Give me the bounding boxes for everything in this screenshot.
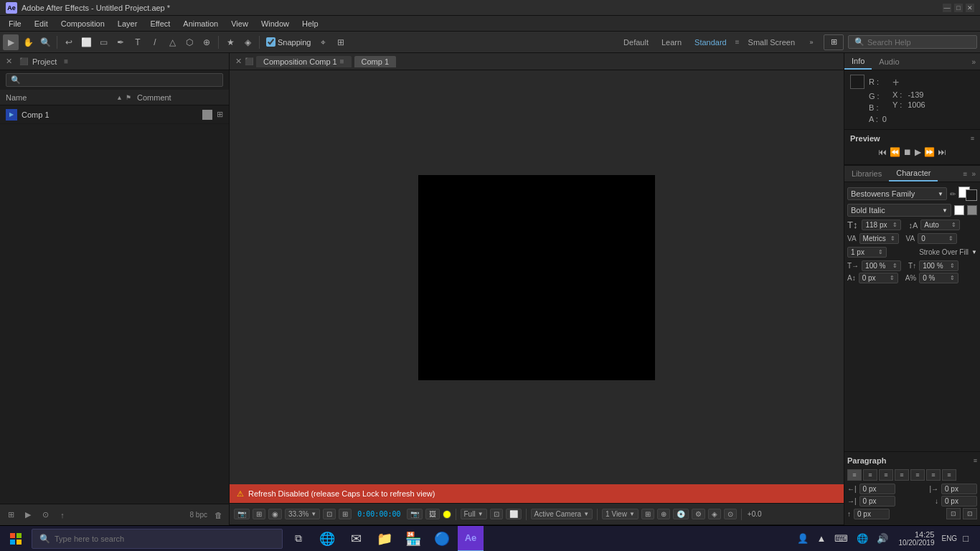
task-view-btn[interactable]: ⧉: [286, 526, 311, 552]
new-comp-btn[interactable]: ▶: [22, 509, 34, 522]
justify-right-btn[interactable]: ≡: [926, 469, 941, 481]
space-before-field[interactable]: 0 px: [854, 509, 890, 519]
project-search-box[interactable]: 🔍: [6, 73, 223, 87]
align-center-btn[interactable]: ≡: [863, 469, 877, 481]
view-dropdown[interactable]: 1 View ▼: [602, 509, 639, 519]
keyboard-icon[interactable]: ⌨: [831, 532, 851, 545]
every-line-btn[interactable]: ⊡: [963, 508, 977, 519]
menu-help[interactable]: Help: [296, 18, 324, 29]
region-btn[interactable]: ⊡: [490, 509, 503, 519]
expand-toolbar-btn[interactable]: »: [804, 34, 819, 50]
mask-rect-tool[interactable]: ▭: [95, 34, 111, 50]
justify-left-btn[interactable]: ≡: [895, 469, 909, 481]
indent-left-field[interactable]: 0 px: [859, 484, 895, 494]
search-help-input[interactable]: [867, 38, 961, 47]
tracking-field[interactable]: 0 ⇕: [918, 233, 957, 244]
zoom-tool[interactable]: 🔍: [37, 34, 53, 50]
indent-first-field[interactable]: 0 px: [859, 496, 895, 507]
delete-btn[interactable]: 🗑: [212, 509, 225, 522]
menu-edit[interactable]: Edit: [29, 18, 54, 29]
taskbar-search-input[interactable]: [55, 534, 275, 543]
character-tab[interactable]: Character: [889, 166, 938, 182]
close-button[interactable]: ✕: [966, 4, 974, 12]
brush-tool[interactable]: /: [147, 34, 163, 50]
paragraph-menu[interactable]: ≡: [974, 457, 977, 464]
horiz-scale-field[interactable]: 100 % ⇕: [862, 260, 901, 271]
roman-hanging-btn[interactable]: ⊡: [946, 508, 961, 519]
menu-composition[interactable]: Composition: [55, 18, 110, 29]
info-tab[interactable]: Info: [844, 53, 872, 70]
search-btn[interactable]: ⊙: [39, 509, 52, 522]
leading-field[interactable]: Auto ⇕: [920, 220, 960, 230]
shape-tool[interactable]: ◈: [240, 34, 255, 50]
pen-tool[interactable]: ✒: [113, 34, 128, 50]
menu-view[interactable]: View: [225, 18, 254, 29]
stroke-color-swatch[interactable]: [966, 189, 977, 201]
fit-btn[interactable]: ⊡: [323, 509, 336, 519]
resolution-dropdown[interactable]: Full ▼: [461, 509, 487, 519]
aa-btn[interactable]: ◈: [708, 509, 721, 519]
menu-animation[interactable]: Animation: [177, 18, 224, 29]
comp-tab-comp1[interactable]: Composition Comp 1 ≡: [256, 56, 352, 67]
list-item[interactable]: ▶ Comp 1 ⊞: [0, 105, 229, 124]
col-sort-up[interactable]: ▲: [116, 94, 123, 101]
font-style-swatch1[interactable]: [954, 205, 964, 215]
step-forward-btn[interactable]: ⏩: [924, 147, 935, 157]
snap-option-1[interactable]: ⌖: [316, 34, 331, 50]
ae-taskbar-icon[interactable]: Ae: [458, 526, 484, 552]
explorer-icon[interactable]: 📁: [372, 526, 397, 552]
libraries-tab[interactable]: Libraries: [844, 166, 889, 182]
color-picker[interactable]: [443, 510, 451, 519]
align-left-btn[interactable]: ≡: [847, 469, 862, 481]
tsume-field[interactable]: 0 % ⇕: [919, 273, 958, 283]
snap-btn-2[interactable]: ⊕: [657, 509, 670, 519]
safe-frame-btn[interactable]: ⊞: [339, 509, 352, 519]
edge-icon[interactable]: 🌐: [314, 526, 340, 552]
notification-icon[interactable]: □: [960, 532, 971, 545]
edit-font-btn[interactable]: ✏: [950, 190, 956, 198]
font-family-dropdown[interactable]: Bestowens Family ▼: [847, 187, 947, 200]
star-tool[interactable]: ★: [222, 34, 238, 50]
roto-tool[interactable]: ⬡: [182, 34, 197, 50]
selection-tool[interactable]: ▶: [3, 34, 19, 50]
arrow-up-icon[interactable]: ▲: [814, 532, 829, 545]
grid-btn[interactable]: ⊞: [253, 509, 265, 519]
vert-scale-field[interactable]: 100 % ⇕: [919, 260, 958, 271]
menu-effect[interactable]: Effect: [144, 18, 176, 29]
audio-tab[interactable]: Audio: [872, 53, 906, 70]
char-panel-expand[interactable]: »: [971, 169, 980, 178]
comp-panel-close[interactable]: ✕: [235, 57, 242, 66]
preview-menu[interactable]: ≡: [971, 135, 974, 142]
project-panel-menu[interactable]: ≡: [64, 57, 68, 65]
right-panel-menu[interactable]: »: [971, 57, 980, 66]
comp-viewport[interactable]: [230, 70, 844, 484]
window-controls[interactable]: — □ ✕: [943, 4, 974, 12]
go-to-end-btn[interactable]: ⏭: [938, 147, 946, 157]
project-panel-close[interactable]: ✕: [6, 57, 12, 66]
workspace-icon[interactable]: ⊞: [824, 34, 844, 50]
align-right-btn[interactable]: ≡: [879, 469, 893, 481]
small-screen-label[interactable]: Small Screen: [744, 37, 799, 48]
zoom-dropdown[interactable]: 33.3% ▼: [285, 509, 320, 519]
play-btn[interactable]: ▶: [915, 147, 921, 157]
preview-mode-btn[interactable]: ◉: [268, 509, 282, 519]
indent-right-field[interactable]: 0 px: [941, 484, 977, 494]
menu-window[interactable]: Window: [255, 18, 295, 29]
mail-icon[interactable]: ✉: [343, 526, 369, 552]
stroke-type-arrow[interactable]: ▼: [971, 249, 977, 255]
kerning-field[interactable]: Metrics ⇕: [859, 233, 899, 244]
minimize-button[interactable]: —: [943, 4, 951, 12]
view-layout-btn[interactable]: ⊞: [641, 509, 654, 519]
volume-icon[interactable]: 🔊: [874, 532, 891, 545]
comp-tab-active[interactable]: Comp 1: [354, 56, 397, 67]
rotate-tool[interactable]: ↩: [61, 34, 77, 50]
menu-layer[interactable]: Layer: [112, 18, 143, 29]
draft-btn[interactable]: ⚙: [692, 509, 705, 519]
bit-depth[interactable]: 8 bpc: [190, 511, 207, 519]
baseline-field[interactable]: 0 px ⇕: [859, 273, 898, 283]
network-icon[interactable]: 🌐: [854, 532, 871, 545]
snap-option-2[interactable]: ⊞: [333, 34, 349, 50]
comp-panel-menu[interactable]: ≡: [340, 57, 344, 65]
pin-tool[interactable]: ⊕: [199, 34, 215, 50]
transparency-btn[interactable]: ⬜: [506, 509, 522, 519]
